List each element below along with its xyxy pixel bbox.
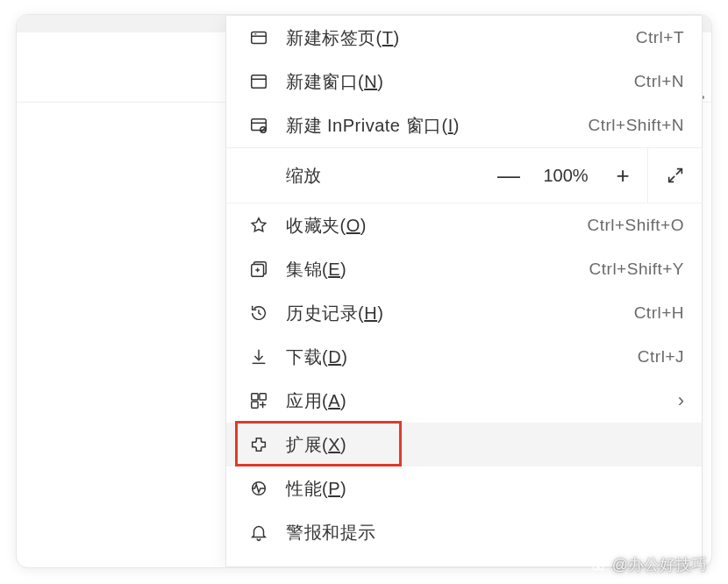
chevron-right-icon: › bbox=[678, 389, 684, 412]
history-icon bbox=[247, 302, 270, 324]
collections-icon bbox=[247, 258, 270, 281]
menu-item-performance[interactable]: 性能(P) bbox=[226, 466, 702, 510]
menu-item-label: 下载(D) bbox=[286, 345, 638, 369]
menu-item-shortcut: Ctrl+J bbox=[638, 347, 684, 367]
bell-icon bbox=[247, 521, 270, 544]
menu-item-label: 应用(A) bbox=[286, 389, 671, 413]
apps-icon bbox=[247, 389, 270, 412]
menu-item-label: 新建窗口(N) bbox=[286, 70, 634, 94]
menu-item-zoom: 缩放 — 100% + bbox=[226, 148, 702, 203]
menu-item-alerts[interactable]: 警报和提示 bbox=[226, 510, 702, 554]
menu-item-label: 警报和提示 bbox=[286, 521, 684, 545]
zoom-out-button[interactable]: — bbox=[484, 148, 533, 203]
zoom-in-button[interactable]: + bbox=[598, 148, 647, 203]
menu-item-extensions[interactable]: 扩展(X) bbox=[226, 423, 702, 466]
performance-icon bbox=[247, 477, 270, 500]
zoom-value: 100% bbox=[533, 166, 598, 186]
menu-item-new-inprivate[interactable]: 新建 InPrivate 窗口(I) Ctrl+Shift+N bbox=[226, 103, 702, 147]
menu-item-shortcut: Ctrl+H bbox=[634, 303, 684, 323]
inprivate-icon bbox=[247, 114, 270, 137]
menu-item-shortcut: Ctrl+N bbox=[634, 72, 684, 91]
menu-item-new-window[interactable]: 新建窗口(N) Ctrl+N bbox=[226, 60, 702, 103]
menu-item-label: 收藏夹(O) bbox=[286, 214, 587, 238]
svg-rect-16 bbox=[252, 402, 258, 408]
fullscreen-icon bbox=[666, 166, 685, 185]
star-icon bbox=[247, 214, 270, 237]
menu-item-history[interactable]: 历史记录(H) Ctrl+H bbox=[226, 291, 702, 335]
stage: 新建标签页(T) Ctrl+T 新建窗口(N) Ctrl+N bbox=[0, 0, 728, 584]
menu-item-label: 新建标签页(T) bbox=[286, 26, 636, 50]
menu-item-favorites[interactable]: 收藏夹(O) Ctrl+Shift+O bbox=[226, 203, 702, 247]
menu-item-shortcut: Ctrl+Shift+Y bbox=[589, 260, 684, 279]
menu-item-new-tab[interactable]: 新建标签页(T) Ctrl+T bbox=[226, 16, 702, 60]
svg-rect-15 bbox=[260, 394, 266, 400]
menu-item-apps[interactable]: 应用(A) › bbox=[226, 379, 702, 423]
menu-item-shortcut: Ctrl+Shift+N bbox=[589, 116, 684, 135]
svg-rect-14 bbox=[252, 394, 258, 400]
menu-item-label: 集锦(E) bbox=[286, 258, 589, 281]
menu-item-label: 扩展(X) bbox=[286, 433, 684, 457]
menu-item-shortcut: Ctrl+T bbox=[636, 28, 684, 47]
menu-item-label: 历史记录(H) bbox=[286, 302, 634, 325]
svg-rect-0 bbox=[252, 32, 267, 44]
menu-item-label: 新建 InPrivate 窗口(I) bbox=[286, 114, 589, 138]
extensions-icon bbox=[247, 433, 270, 456]
zoom-label: 缩放 bbox=[286, 164, 484, 188]
menu-item-collections[interactable]: 集锦(E) Ctrl+Shift+Y bbox=[226, 247, 702, 291]
settings-menu: 新建标签页(T) Ctrl+T 新建窗口(N) Ctrl+N bbox=[225, 15, 703, 567]
menu-item-downloads[interactable]: 下载(D) Ctrl+J bbox=[226, 335, 702, 379]
download-icon bbox=[247, 345, 270, 368]
menu-item-shortcut: Ctrl+Shift+O bbox=[587, 216, 684, 235]
svg-rect-3 bbox=[252, 75, 267, 89]
menu-item-label: 性能(P) bbox=[286, 477, 684, 501]
browser-window: 新建标签页(T) Ctrl+T 新建窗口(N) Ctrl+N bbox=[16, 14, 712, 568]
new-tab-icon bbox=[247, 26, 270, 49]
fullscreen-button[interactable] bbox=[647, 148, 702, 203]
new-window-icon bbox=[247, 70, 270, 93]
